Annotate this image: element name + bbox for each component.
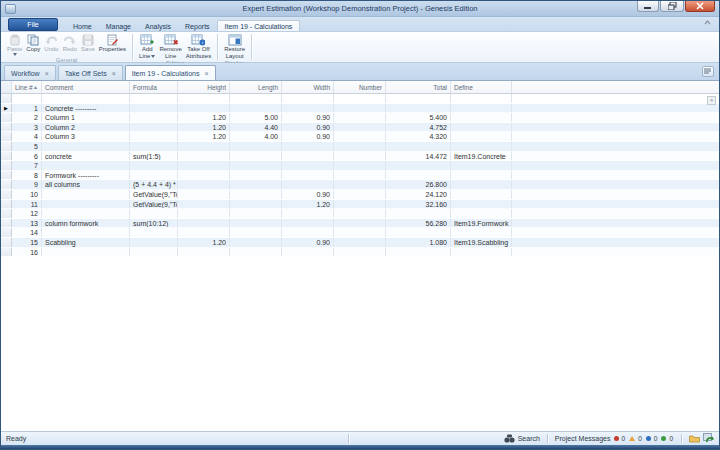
cell-height[interactable] [178,219,230,228]
cell-define[interactable]: Item19.Scabbling [451,238,512,247]
cell-number[interactable] [334,200,386,209]
cell-define[interactable] [451,200,512,209]
cell-length[interactable] [230,161,282,170]
column-header-line[interactable]: Line # ▲ [12,81,42,93]
cell-define[interactable] [451,104,512,113]
cell-define[interactable] [451,142,512,151]
cell-formula[interactable] [130,161,178,170]
cell-width[interactable] [282,180,334,189]
cell-line-number[interactable]: 8 [12,171,42,180]
search-button[interactable]: Search [518,435,540,442]
table-row[interactable]: 16 [1,248,719,258]
cell-formula[interactable]: sum(1:5) [130,152,178,161]
cell-define[interactable] [451,180,512,189]
cell-length[interactable] [230,228,282,237]
cell-define[interactable]: Item19.Formwork [451,219,512,228]
row-selector[interactable] [1,190,12,199]
cell-length[interactable]: 4.00 [230,132,282,141]
table-row[interactable] [1,94,719,104]
table-row[interactable]: 15 Scabbling 1.20 0.90 1.080 Item19.Scab… [1,238,719,248]
cell-number[interactable] [334,171,386,180]
cell-comment[interactable] [42,248,130,257]
cell-length[interactable] [230,238,282,247]
cell-comment[interactable] [42,190,130,199]
cell-comment[interactable]: Column 2 [42,123,130,132]
row-selector[interactable]: ▶ [1,104,12,113]
cell-line-number[interactable]: 7 [12,161,42,170]
table-row[interactable]: 7 [1,161,719,171]
tab-home[interactable]: Home [66,21,99,31]
grid-corner-cell[interactable] [1,81,12,93]
cell-number[interactable] [334,94,386,103]
cell-line-number[interactable]: 4 [12,132,42,141]
save-button[interactable]: Save [79,33,97,54]
cell-line-number[interactable]: 5 [12,142,42,151]
cell-width[interactable] [282,161,334,170]
cell-define[interactable] [451,113,512,122]
cell-comment[interactable] [42,94,130,103]
project-folder-icon[interactable] [689,434,700,444]
cell-height[interactable] [178,171,230,180]
cell-formula[interactable]: sum(10:12) [130,219,178,228]
cell-height[interactable] [178,94,230,103]
cell-height[interactable] [178,152,230,161]
row-selector[interactable] [1,219,12,228]
row-selector[interactable] [1,132,12,141]
cell-number[interactable] [334,142,386,151]
table-row[interactable]: 2 Column 1 1.20 5.00 0.90 5.400 [1,113,719,123]
tab-analysis[interactable]: Analysis [138,21,178,31]
cell-width[interactable]: 0.90 [282,113,334,122]
cell-height[interactable]: 1.20 [178,238,230,247]
cell-define[interactable] [451,209,512,218]
cell-width[interactable] [282,171,334,180]
grid-options-button[interactable]: ✳ [707,96,716,105]
cell-number[interactable] [334,104,386,113]
tab-reports[interactable]: Reports [178,21,217,31]
row-selector[interactable] [1,200,12,209]
cell-line-number[interactable]: 14 [12,228,42,237]
cell-width[interactable]: 0.90 [282,238,334,247]
cell-define[interactable] [451,248,512,257]
undo-button[interactable]: Undo [42,33,60,54]
cell-width[interactable]: 0.90 [282,132,334,141]
cell-formula[interactable] [130,248,178,257]
cell-length[interactable] [230,200,282,209]
cell-total[interactable] [386,161,451,170]
paste-button[interactable]: Paste [5,33,24,57]
cell-length[interactable]: 5.00 [230,113,282,122]
table-row[interactable]: 13 column formwork sum(10:12) 56.280 Ite… [1,219,719,229]
cell-width[interactable]: 0.90 [282,123,334,132]
cell-length[interactable] [230,180,282,189]
cell-height[interactable]: 1.20 [178,123,230,132]
cell-length[interactable]: 4.40 [230,123,282,132]
restore-button[interactable] [660,1,684,12]
column-header-comment[interactable]: Comment [42,81,130,93]
row-selector[interactable] [1,152,12,161]
row-selector[interactable] [1,142,12,151]
cell-width[interactable] [282,209,334,218]
doc-tab-take-off-sets[interactable]: Take Off Sets × [58,65,123,80]
cell-comment[interactable] [42,200,130,209]
doc-tab-workflow[interactable]: Workflow × [4,65,56,80]
table-row[interactable]: 11 GetValue(9,"Total") 1.20 32.160 [1,200,719,210]
cell-total[interactable]: 5.400 [386,113,451,122]
cell-formula[interactable]: GetValue(9,"Total") [130,200,178,209]
cell-height[interactable]: 1.20 [178,132,230,141]
cell-height[interactable] [178,248,230,257]
tab-item19-calculations[interactable]: Item 19 - Calculations [217,20,301,31]
row-selector[interactable] [1,113,12,122]
cell-length[interactable] [230,248,282,257]
cell-line-number[interactable]: 15 [12,238,42,247]
cell-comment[interactable] [42,228,130,237]
cell-comment[interactable] [42,161,130,170]
column-header-total[interactable]: Total [386,81,451,93]
cell-length[interactable] [230,152,282,161]
cell-comment[interactable]: all columns [42,180,130,189]
cell-total[interactable]: 1.080 [386,238,451,247]
cell-number[interactable] [334,152,386,161]
cell-define[interactable] [451,171,512,180]
cell-number[interactable] [334,238,386,247]
cell-total[interactable]: 14.472 [386,152,451,161]
cell-width[interactable]: 0.90 [282,190,334,199]
cell-comment[interactable]: Scabbling [42,238,130,247]
